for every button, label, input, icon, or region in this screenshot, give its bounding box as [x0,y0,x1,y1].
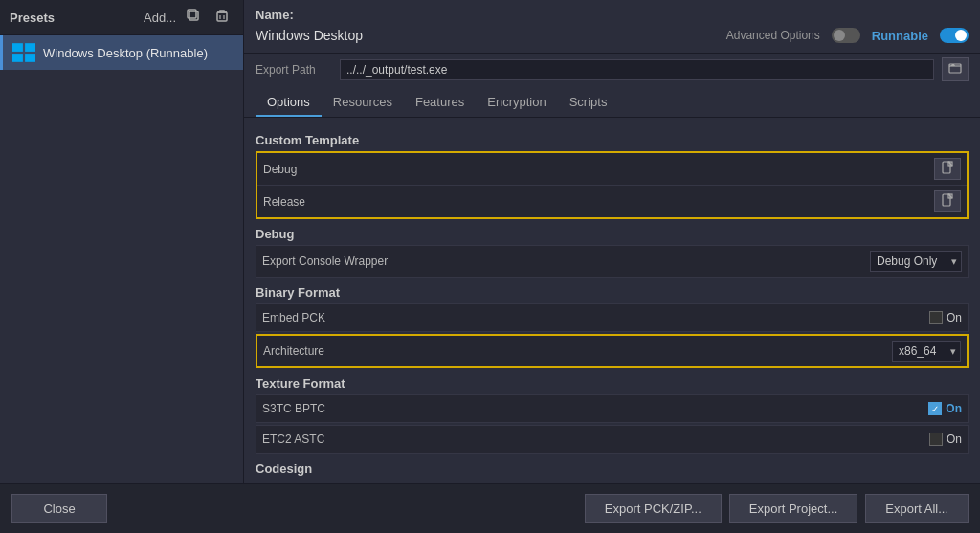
name-label: Name: [256,8,294,22]
architecture-label: Architecture [263,344,892,358]
svg-rect-2 [217,12,227,21]
export-console-wrapper-row: Export Console Wrapper Debug Only [256,245,969,278]
svg-rect-13 [943,194,950,206]
windows-icon [12,43,35,62]
export-console-wrapper-label: Export Console Wrapper [262,255,870,268]
export-path-row: Export Path [244,54,980,89]
debug-template-row: Debug [257,153,967,186]
tab-features[interactable]: Features [404,89,476,117]
name-section: Name: Windows Desktop Advanced Options R… [244,0,980,54]
s3tc-bptc-on-text: On [946,402,962,415]
preset-name-value: Windows Desktop [256,28,363,43]
add-preset-button[interactable]: Add... [144,11,176,25]
architecture-select-wrapper: x86_64 [892,341,961,362]
settings-panel: Name: Windows Desktop Advanced Options R… [244,0,980,483]
custom-template-heading: Custom Template [256,133,969,147]
embed-pck-on-text: On [947,311,962,324]
etc2-astc-row: ETC2 ASTC On [256,425,969,454]
presets-title: Presets [10,11,144,25]
runnable-toggle[interactable] [940,28,969,43]
advanced-options-label: Advanced Options [726,29,820,42]
preset-item-label: Windows Desktop (Runnable) [43,46,208,60]
presets-panel: Presets Add... [0,0,244,483]
etc2-astc-checkbox[interactable] [929,433,943,446]
tab-options[interactable]: Options [256,89,322,117]
export-all-button[interactable]: Export All... [865,494,969,523]
presets-actions: Add... [144,6,234,29]
copy-preset-button[interactable] [182,6,205,29]
svg-rect-8 [12,54,23,62]
architecture-select[interactable]: x86_64 [892,341,961,362]
export-path-label: Export Path [256,63,332,77]
export-path-input[interactable] [340,59,934,80]
tabs-bar: Options Resources Features Encryption Sc… [244,89,980,118]
svg-rect-9 [25,54,35,62]
content-area: Custom Template Debug Relea [244,118,980,483]
export-console-wrapper-select[interactable]: Debug Only [870,251,962,272]
export-project-button[interactable]: Export Project... [729,494,858,523]
debug-template-file-button[interactable] [934,158,961,180]
export-path-browse-button[interactable] [942,57,969,81]
svg-rect-7 [25,43,35,52]
s3tc-bptc-label: S3TC BPTC [262,402,928,415]
release-template-label: Release [263,195,930,209]
debug-heading: Debug [256,227,969,241]
embed-pck-row: Embed PCK On [256,303,969,332]
embed-pck-checkbox[interactable] [929,311,943,324]
debug-template-label: Debug [263,163,930,176]
embed-pck-label: Embed PCK [262,311,929,324]
svg-rect-11 [943,162,950,173]
custom-template-box: Debug Release [256,151,969,219]
etc2-astc-on-text: On [947,433,962,446]
tab-encryption[interactable]: Encryption [476,89,557,117]
texture-format-heading: Texture Format [256,376,969,390]
presets-header: Presets Add... [0,0,243,35]
codesign-heading: Codesign [256,461,969,476]
release-template-file-button[interactable] [934,190,961,212]
release-template-row: Release [257,186,967,217]
advanced-options-toggle[interactable] [832,28,860,43]
architecture-row: Architecture x86_64 [257,336,967,366]
tab-scripts[interactable]: Scripts [558,89,619,117]
export-pck-button[interactable]: Export PCK/ZIP... [585,494,722,523]
architecture-box: Architecture x86_64 [256,334,969,368]
etc2-astc-label: ETC2 ASTC [262,433,929,446]
export-dialog: Presets Add... [0,0,980,533]
svg-rect-6 [12,43,23,52]
preset-item-windows[interactable]: Windows Desktop (Runnable) [0,35,243,70]
binary-format-heading: Binary Format [256,285,969,300]
s3tc-bptc-row: S3TC BPTC ✓ On [256,394,969,423]
close-button[interactable]: Close [11,494,107,523]
s3tc-bptc-checkbox[interactable]: ✓ [928,402,942,415]
export-console-wrapper-select-wrapper: Debug Only [870,251,962,272]
tab-resources[interactable]: Resources [322,89,404,117]
bottom-bar: Close Export PCK/ZIP... Export Project..… [0,483,980,533]
runnable-label: Runnable [872,29,928,43]
main-content: Presets Add... [0,0,980,483]
delete-preset-button[interactable] [211,6,234,29]
options-row: Advanced Options Runnable [726,28,969,43]
